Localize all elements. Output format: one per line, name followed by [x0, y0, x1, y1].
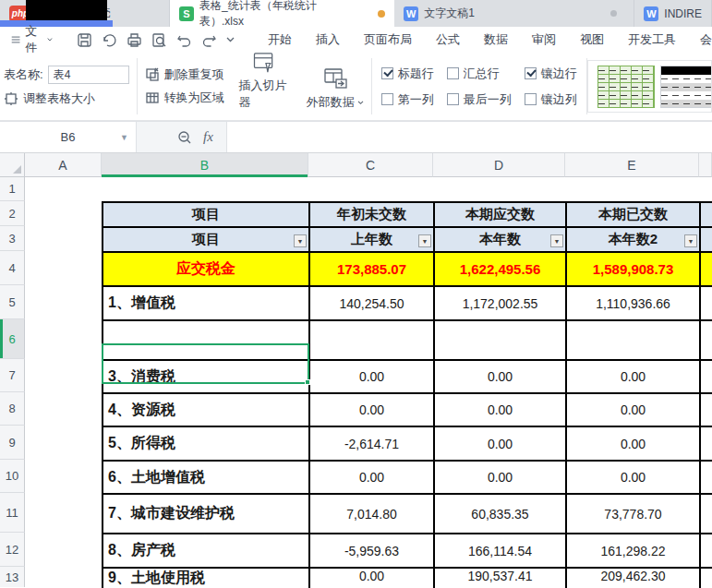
- print-icon[interactable]: [127, 32, 142, 48]
- select-all-corner[interactable]: [0, 153, 25, 177]
- checkbox-last-column[interactable]: 最后一列: [447, 91, 512, 108]
- column-header-f-partial[interactable]: [699, 153, 712, 177]
- checkbox-banded-columns[interactable]: 镶边列: [525, 91, 577, 108]
- table-cell[interactable]: 上年数▼: [310, 228, 435, 253]
- table-cell[interactable]: 0.00: [567, 394, 701, 427]
- insert-slicer-button[interactable]: 插入切片器: [232, 53, 299, 120]
- convert-to-range-button[interactable]: 转换为区域: [145, 90, 224, 106]
- table-cell[interactable]: 9、土地使用税: [103, 569, 310, 588]
- table-cell[interactable]: 161,298.22: [567, 534, 701, 569]
- table-cell[interactable]: 0.00: [567, 361, 701, 394]
- table-cell[interactable]: 0.00: [567, 462, 701, 495]
- save-icon[interactable]: [77, 32, 92, 48]
- table-cell[interactable]: 1,622,495.56: [435, 253, 567, 287]
- table-cell[interactable]: 1、增值税: [103, 287, 310, 321]
- table-cell[interactable]: 0.00: [310, 569, 435, 588]
- table-cell[interactable]: 7、城市建设维护税: [103, 495, 310, 534]
- fill-handle[interactable]: [305, 379, 310, 385]
- redo-icon[interactable]: [201, 33, 217, 47]
- tab-indirect-doc[interactable]: W INDIRE: [634, 0, 712, 27]
- table-cell[interactable]: 0.00: [435, 462, 567, 495]
- table-cell[interactable]: 本期已交数: [567, 203, 701, 228]
- table-cell[interactable]: 年初未交数: [310, 203, 435, 228]
- tab-spreadsheet-active[interactable]: S 表格_统计表（年税统计表）.xlsx: [170, 0, 394, 27]
- table-cell[interactable]: 应交税金: [103, 253, 310, 287]
- table-cell[interactable]: 60,835.35: [435, 495, 567, 534]
- table-cell[interactable]: 73,778.70: [567, 495, 701, 534]
- table-cell[interactable]: 本年数▼: [435, 228, 567, 253]
- ribbon-tab-formulas[interactable]: 公式: [436, 31, 460, 48]
- row-header-8[interactable]: 8: [0, 392, 25, 426]
- table-cell[interactable]: 0.00: [310, 462, 435, 495]
- table-cell[interactable]: [435, 321, 567, 361]
- table-cell[interactable]: 140,254.50: [310, 287, 435, 321]
- column-header-a[interactable]: A: [25, 153, 102, 177]
- print-preview-icon[interactable]: [151, 32, 167, 48]
- table-cell[interactable]: 6、土地增值税: [103, 462, 310, 495]
- table-cell[interactable]: 209,462.30: [567, 569, 701, 588]
- ribbon-tab-home[interactable]: 开始: [268, 31, 292, 48]
- row-header-2[interactable]: 2: [0, 201, 25, 226]
- column-header-b[interactable]: B: [102, 153, 308, 177]
- row-header-10[interactable]: 10: [0, 460, 25, 493]
- table-cell[interactable]: 0.00: [435, 361, 567, 394]
- table-cell[interactable]: -2,614.71: [310, 427, 435, 462]
- checkbox-banded-rows[interactable]: 镶边行: [525, 66, 577, 82]
- external-data-button[interactable]: 外部数据: [299, 53, 371, 120]
- table-cell[interactable]: 1,589,908.73: [567, 253, 701, 287]
- row-header-9[interactable]: 9: [0, 426, 25, 460]
- file-menu-button[interactable]: 文件: [0, 23, 60, 56]
- ribbon-tab-page-layout[interactable]: 页面布局: [364, 31, 412, 48]
- undo-icon[interactable]: [176, 33, 192, 47]
- table-cell[interactable]: 173,885.07: [310, 253, 435, 287]
- column-header-c[interactable]: C: [308, 153, 433, 177]
- row-header-7[interactable]: 7: [0, 359, 25, 392]
- name-box-chevron-icon[interactable]: ▼: [120, 133, 128, 142]
- table-cell[interactable]: 1,172,002.55: [435, 287, 567, 321]
- row-header-11[interactable]: 11: [0, 493, 25, 533]
- table-cell[interactable]: 8、房产税: [103, 534, 310, 569]
- filter-dropdown-icon[interactable]: ▼: [294, 234, 307, 247]
- row-header-4[interactable]: 4: [0, 251, 25, 285]
- filter-dropdown-icon[interactable]: ▼: [684, 234, 697, 247]
- row-header-12[interactable]: 12: [0, 533, 25, 567]
- table-cell[interactable]: 7,014.80: [310, 495, 435, 534]
- table-cell[interactable]: 0.00: [435, 427, 567, 462]
- ribbon-tab-review[interactable]: 审阅: [532, 31, 556, 48]
- filter-dropdown-icon[interactable]: ▼: [418, 234, 431, 247]
- table-cell[interactable]: [567, 321, 701, 361]
- table-cell[interactable]: -5,959.63: [310, 534, 435, 569]
- table-name-input[interactable]: [48, 66, 129, 84]
- table-cell[interactable]: 0.00: [310, 361, 435, 394]
- table-cell[interactable]: 166,114.54: [435, 534, 567, 569]
- ribbon-tab-view[interactable]: 视图: [580, 31, 604, 48]
- row-header-6[interactable]: 6: [0, 319, 25, 359]
- table-cell[interactable]: 0.00: [310, 394, 435, 427]
- ribbon-tab-insert[interactable]: 插入: [316, 31, 340, 48]
- table-cell[interactable]: 项目: [103, 203, 310, 228]
- ribbon-tab-membership[interactable]: 会员专享: [700, 31, 712, 48]
- column-header-e[interactable]: E: [565, 153, 699, 177]
- fx-icon[interactable]: fx: [203, 129, 213, 145]
- row-header-1[interactable]: 1: [0, 177, 25, 201]
- filter-dropdown-icon[interactable]: ▼: [550, 234, 563, 247]
- checkbox-total-row[interactable]: 汇总行: [447, 66, 512, 82]
- table-cell[interactable]: 1,110,936.66: [567, 287, 701, 321]
- ribbon-tab-developer[interactable]: 开发工具: [628, 31, 676, 48]
- table-cell[interactable]: [310, 321, 435, 361]
- table-cell[interactable]: 5、所得税: [103, 427, 310, 462]
- tab-writer-doc[interactable]: W 文字文稿1: [394, 0, 634, 27]
- checkbox-first-column[interactable]: 第一列: [381, 91, 434, 108]
- resize-table-button[interactable]: 调整表格大小: [4, 90, 129, 107]
- formula-input[interactable]: [226, 122, 712, 152]
- table-cell[interactable]: 项目▼: [103, 228, 310, 253]
- table-cell[interactable]: 190,537.41: [435, 569, 567, 588]
- column-header-d[interactable]: D: [433, 153, 565, 177]
- active-cell-selection[interactable]: [102, 343, 309, 384]
- table-style-dark[interactable]: [660, 66, 712, 108]
- remove-duplicates-button[interactable]: 删除重复项: [145, 66, 224, 83]
- export-pdf-icon[interactable]: [102, 32, 117, 48]
- row-header-3[interactable]: 3: [0, 226, 25, 251]
- table-cell[interactable]: 本期应交数: [435, 203, 567, 228]
- table-cell[interactable]: 本年数2▼: [567, 228, 701, 253]
